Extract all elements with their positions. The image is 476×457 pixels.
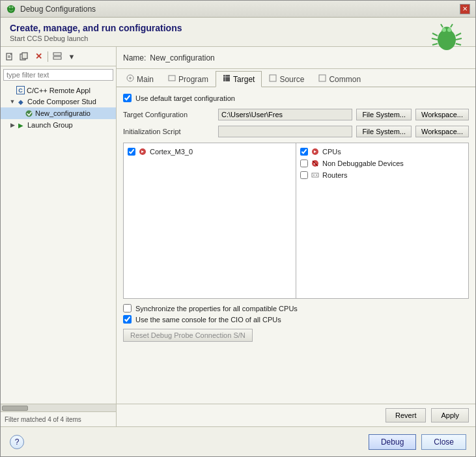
horizontal-scrollbar[interactable] — [1, 404, 116, 411]
tree-item-ccs[interactable]: ▼ ◆ Code Composer Stud — [1, 96, 116, 107]
svg-rect-22 — [22, 53, 27, 59]
bug-icon — [430, 20, 464, 54]
routers-checkbox[interactable] — [300, 171, 308, 179]
tab-target[interactable]: Target — [216, 71, 262, 87]
svg-line-14 — [456, 44, 461, 45]
svg-rect-24 — [53, 57, 61, 59]
apply-button[interactable]: Apply — [431, 408, 469, 422]
reset-probe-button[interactable]: Reset Debug Probe Connection S/N — [123, 329, 253, 342]
revert-apply-bar: Revert Apply — [117, 404, 475, 426]
svg-line-10 — [432, 38, 438, 40]
collapse-button[interactable] — [51, 50, 64, 63]
scroll-thumb[interactable] — [2, 406, 28, 411]
svg-point-0 — [7, 5, 15, 13]
init-script-row: Initialization Script File System... Wor… — [123, 126, 469, 137]
right-panel: Name: New_configuration Main Program — [117, 47, 475, 426]
tree-label-cpp: C/C++ Remote Appl — [27, 87, 91, 94]
use-default-checkbox[interactable] — [123, 94, 132, 102]
cpu-item-non-debug: Non Debuggable Devices — [299, 158, 466, 169]
newconf-icon — [24, 109, 33, 118]
sync-row: Synchronize the properties for all compa… — [123, 304, 469, 312]
close-window-button[interactable]: ✕ — [460, 4, 470, 14]
target-tab-content: Use default target configuration Target … — [117, 87, 475, 404]
debug-configurations-window: Debug Configurations ✕ Create, manage, a… — [0, 0, 476, 457]
delete-config-button[interactable]: ✕ — [32, 50, 45, 63]
tab-source[interactable]: Source — [262, 71, 311, 87]
tab-program-label: Program — [178, 75, 208, 84]
name-value: New_configuration — [150, 53, 214, 62]
title-bar-left: Debug Configurations — [6, 4, 96, 14]
tab-common[interactable]: Common — [311, 71, 368, 87]
svg-rect-34 — [319, 75, 326, 81]
sync-checkbox[interactable] — [123, 304, 132, 312]
svg-line-13 — [456, 38, 462, 40]
help-button[interactable]: ? — [10, 435, 24, 449]
file-system-btn-1[interactable]: File System... — [356, 109, 412, 120]
console-checkbox[interactable] — [123, 315, 132, 324]
tree-label-ccs: Code Composer Stud — [27, 98, 96, 105]
tab-bar: Main Program Target — [117, 69, 475, 87]
console-row: Use the same console for the CIO of all … — [123, 315, 469, 324]
dialog-subtitle: Start CCS Debug launch — [10, 35, 466, 42]
filter-box — [1, 66, 116, 83]
cpus-checkbox[interactable] — [300, 148, 308, 156]
tab-common-label: Common — [329, 75, 361, 84]
devices-panel: Cortex_M3_0 — [123, 143, 296, 299]
cpu-types-panel: CPUs Non Debuggable Devices — [296, 143, 469, 299]
device-item-cortex: Cortex_M3_0 — [126, 146, 293, 158]
filter-button[interactable]: ▼ — [65, 50, 78, 63]
non-debug-label: Non Debuggable Devices — [322, 159, 404, 167]
svg-point-7 — [442, 28, 446, 32]
revert-button[interactable]: Revert — [385, 408, 426, 422]
bottom-checkboxes: Synchronize the properties for all compa… — [123, 304, 469, 324]
config-tree: C C/C++ Remote Appl ▼ ◆ Code Composer St… — [1, 83, 116, 404]
source-tab-icon — [269, 74, 277, 84]
svg-line-9 — [432, 33, 438, 36]
svg-rect-23 — [53, 53, 61, 55]
init-script-label: Initialization Script — [123, 128, 214, 135]
non-debug-icon — [311, 159, 320, 168]
workspace-btn-2[interactable]: Workspace... — [415, 126, 469, 137]
cortex-checkbox[interactable] — [128, 148, 135, 156]
svg-rect-29 — [169, 76, 175, 81]
window-icon — [6, 4, 16, 14]
new-config-button[interactable] — [3, 50, 16, 63]
tab-program[interactable]: Program — [161, 71, 216, 87]
cortex-icon — [138, 147, 147, 156]
non-debug-checkbox[interactable] — [300, 159, 308, 167]
close-button[interactable]: Close — [421, 434, 466, 450]
svg-line-12 — [456, 33, 461, 36]
use-default-label: Use default target configuration — [135, 94, 235, 102]
cpu-item-routers: Routers — [299, 169, 466, 181]
target-config-input[interactable] — [218, 109, 352, 120]
routers-label: Routers — [322, 171, 348, 179]
target-config-row: Target Configuration File System... Work… — [123, 109, 469, 120]
svg-line-15 — [441, 24, 443, 27]
tree-item-cpp-remote[interactable]: C C/C++ Remote Appl — [1, 85, 116, 96]
svg-rect-33 — [270, 75, 276, 81]
cpus-label: CPUs — [322, 148, 341, 156]
ccs-icon: ◆ — [16, 97, 25, 106]
svg-point-40 — [313, 174, 315, 176]
dialog-title: Create, manage, and run configurations — [10, 23, 466, 33]
tree-expand-lg: ▶ — [8, 121, 16, 129]
use-default-row: Use default target configuration — [123, 94, 469, 102]
dialog-footer: ? Debug Close — [1, 426, 475, 456]
tree-item-new-config[interactable]: New_configuratio — [1, 107, 116, 119]
workspace-btn-1[interactable]: Workspace... — [415, 109, 469, 120]
device-panels-row: Cortex_M3_0 CPUs — [123, 143, 469, 299]
copy-config-button[interactable] — [18, 50, 31, 63]
svg-line-4 — [14, 8, 15, 8]
tree-item-launch-group[interactable]: ▶ ▶ Launch Group — [1, 119, 116, 131]
cpu-item-cpus: CPUs — [299, 146, 466, 158]
left-toolbar: ✕ ▼ — [1, 47, 116, 66]
debug-button[interactable]: Debug — [369, 434, 416, 450]
init-script-input[interactable] — [218, 126, 352, 137]
svg-point-1 — [9, 6, 11, 8]
target-config-label: Target Configuration — [123, 111, 214, 118]
target-tab-icon — [223, 74, 231, 84]
file-system-btn-2[interactable]: File System... — [356, 126, 412, 137]
filter-input[interactable] — [3, 69, 113, 81]
main-content: ✕ ▼ C C/C++ Remote Appl — [1, 47, 475, 426]
tab-main[interactable]: Main — [119, 71, 161, 87]
